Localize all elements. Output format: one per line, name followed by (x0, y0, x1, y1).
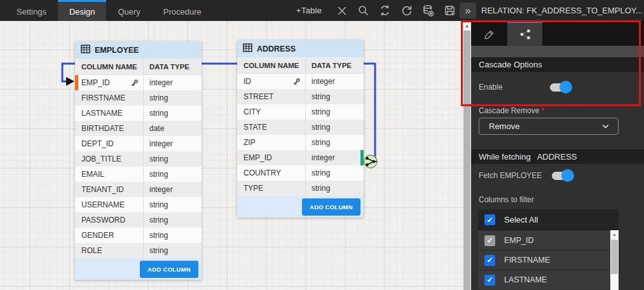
search-icon[interactable] (357, 4, 370, 17)
required-asterisk: * (541, 106, 544, 115)
tab-procedure[interactable]: Procedure (152, 0, 213, 21)
select-all-label: Select All (504, 215, 538, 224)
table-row[interactable]: DEPT_ID integer (75, 136, 202, 151)
table-title-bar[interactable]: ADDRESS (237, 40, 364, 57)
sync-icon[interactable] (378, 4, 392, 17)
table-row[interactable]: ID integer (237, 74, 364, 89)
add-table-button[interactable]: +Table (296, 6, 322, 15)
column-type: string (305, 104, 364, 120)
database-export-icon[interactable] (421, 4, 435, 17)
table-row[interactable]: TYPE string (237, 181, 364, 196)
add-column-button[interactable]: ADD COLUMN (140, 261, 198, 278)
edit-pencil-tab[interactable] (471, 21, 507, 46)
scroll-up-icon[interactable]: ▲ (610, 230, 619, 238)
table-row[interactable]: STATE string (237, 120, 364, 135)
select-all-checkbox[interactable] (484, 214, 495, 225)
column-type: string (143, 90, 202, 106)
table-row[interactable]: BIRTHDATE date (75, 121, 202, 136)
table-row[interactable]: TENANT_ID integer (75, 182, 202, 197)
column-type: integer (305, 150, 364, 165)
enable-toggle[interactable] (550, 83, 570, 92)
panel-tab-bar (471, 21, 644, 46)
filter-column-row[interactable]: LASTNAME (478, 270, 619, 289)
column-checkbox[interactable] (484, 235, 495, 246)
close-icon[interactable] (335, 4, 348, 17)
while-fetching-header: While fetching ADDRESS (471, 149, 644, 164)
panel-title: RELATION: FK_ADDRESS_TO_EMPLOY... (481, 6, 643, 15)
fetch-employee-label: Fetch EMPLOYEE (479, 171, 550, 180)
column-name: GENDER (81, 231, 114, 240)
schema-canvas[interactable]: EMPLOYEE COLUMN NAME DATA TYPE EMP_ID (0, 21, 463, 290)
column-name: STATE (243, 123, 267, 132)
table-name: EMPLOYEE (95, 46, 139, 55)
columns-to-filter-row: Columns to filter (479, 195, 550, 204)
table-row[interactable]: CITY string (237, 104, 364, 120)
save-icon[interactable] (443, 4, 456, 17)
redo-icon[interactable] (400, 4, 413, 17)
table-row[interactable]: USERNAME string (75, 197, 202, 212)
column-type: string (305, 89, 364, 104)
relation-tab[interactable] (507, 21, 542, 46)
column-name: EMP_ID (243, 153, 272, 162)
cascade-remove-select[interactable]: Remove (479, 118, 619, 135)
collapse-panel-icon[interactable]: » (460, 3, 476, 18)
column-name: EMP_ID (81, 78, 110, 87)
fetch-employee-toggle[interactable] (552, 172, 572, 180)
column-type: string (305, 165, 364, 181)
table-row[interactable]: ROLE string (75, 243, 202, 258)
panel-scrollbar[interactable]: ▲ (463, 21, 471, 290)
table-row[interactable]: EMP_ID integer (237, 150, 364, 165)
tab-settings[interactable]: Settings (5, 0, 58, 21)
table-row[interactable]: EMP_ID integer (75, 75, 202, 90)
table-row[interactable]: PASSWORD string (75, 212, 202, 228)
table-row[interactable]: COUNTRY string (237, 165, 364, 181)
filter-column-row[interactable]: FIRSTNAME (478, 250, 619, 270)
columns-filter-list: Select All EMP_ID FIRSTNAME (478, 209, 619, 290)
column-type: integer (143, 75, 202, 90)
table-row[interactable]: FIRSTNAME string (75, 90, 202, 106)
add-column-button[interactable]: ADD COLUMN (302, 198, 360, 216)
select-all-row[interactable]: Select All (478, 209, 619, 230)
table-rows: EMP_ID integer FIRSTNAME (75, 75, 202, 258)
tab-design[interactable]: Design (58, 0, 106, 21)
filter-list-scrollbar[interactable]: ▲ (610, 230, 619, 290)
column-name: COUNTRY (243, 169, 281, 177)
scroll-up-icon[interactable]: ▲ (463, 21, 471, 30)
column-name-header: COLUMN NAME (75, 59, 143, 74)
tab-query[interactable]: Query (106, 0, 151, 21)
table-row[interactable]: JOB_TITLE string (75, 151, 202, 167)
table-row[interactable]: EMAIL string (75, 167, 202, 182)
table-row[interactable]: ZIP string (237, 135, 364, 150)
table-row[interactable]: STREET string (237, 89, 364, 104)
table-row[interactable]: LASTNAME string (75, 106, 202, 121)
column-name: JOB_TITLE (81, 155, 121, 163)
scrollbar-thumb[interactable] (463, 31, 470, 290)
column-name: USERNAME (81, 200, 125, 209)
column-checkbox[interactable] (484, 255, 495, 266)
relation-line[interactable] (0, 21, 463, 290)
table-rows: ID integer STREET (237, 74, 364, 196)
table-grid-icon (81, 45, 90, 55)
cascade-remove-value: Remove (489, 121, 519, 131)
column-checkbox[interactable] (484, 275, 495, 286)
column-name: STREET (243, 92, 273, 101)
column-name: FIRSTNAME (81, 93, 125, 102)
entity-table-employee[interactable]: EMPLOYEE COLUMN NAME DATA TYPE EMP_ID (75, 41, 202, 280)
table-title-bar[interactable]: EMPLOYEE (75, 41, 202, 59)
crows-foot-node-icon[interactable] (362, 153, 379, 172)
toggle-knob (561, 169, 574, 182)
column-type: date (143, 121, 202, 136)
data-type-header: DATA TYPE (143, 59, 202, 74)
entity-table-address[interactable]: ADDRESS COLUMN NAME DATA TYPE ID (237, 40, 364, 218)
while-fetching-table-name: ADDRESS (537, 152, 577, 162)
column-type: string (143, 151, 202, 167)
table-row[interactable]: GENDER string (75, 228, 202, 243)
toolbar-tabs: Settings Design Query Procedure (5, 0, 213, 21)
scrollbar-thumb[interactable] (611, 240, 618, 274)
filter-column-row[interactable]: EMP_ID (478, 230, 619, 250)
column-type: integer (305, 74, 364, 89)
column-type: integer (143, 182, 202, 197)
table-footer: ADD COLUMN (237, 196, 364, 218)
relation-arrow-icon (66, 77, 74, 86)
filter-items: EMP_ID FIRSTNAME LASTNAME (478, 230, 619, 289)
